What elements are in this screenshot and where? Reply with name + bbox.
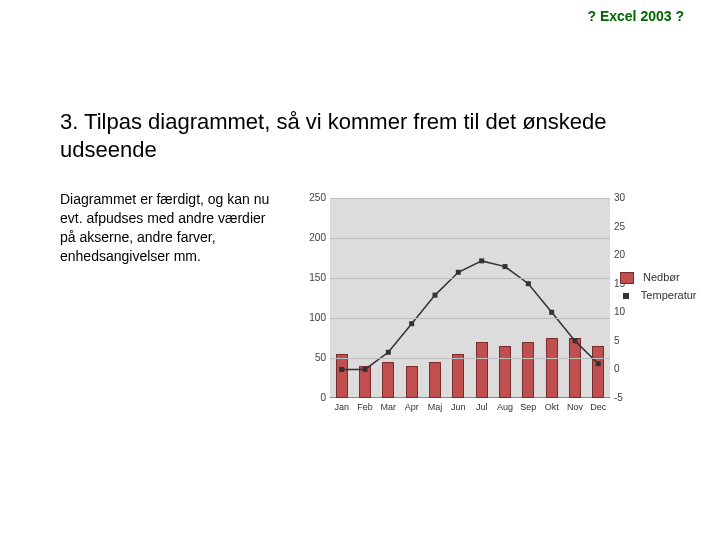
temperature-point <box>503 264 508 269</box>
body-paragraph: Diagrammet er færdigt, og kan nu evt. af… <box>60 190 270 266</box>
temperature-point <box>549 310 554 315</box>
x-tick-label: Okt <box>541 402 563 412</box>
grid-line <box>330 238 610 239</box>
temperature-point <box>409 321 414 326</box>
line-layer <box>330 198 610 398</box>
x-tick-label: Nov <box>564 402 586 412</box>
legend-entry-temperatur: Temperatur <box>620 286 697 304</box>
y-right-tick-label: -5 <box>614 392 638 403</box>
temperature-point <box>339 367 344 372</box>
bar-swatch-icon <box>620 272 634 284</box>
x-tick-label: Jul <box>471 402 493 412</box>
y-left-tick-label: 200 <box>292 232 326 243</box>
chart: 050100150200250 -5051015202530 JanFebMar… <box>290 190 710 440</box>
grid-line <box>330 318 610 319</box>
section-title: 3. Tilpas diagrammet, så vi kommer frem … <box>60 108 660 163</box>
legend-entry-nedbor: Nedbør <box>620 268 697 286</box>
y-left-tick-label: 150 <box>292 272 326 283</box>
y-right-tick-label: 5 <box>614 335 638 346</box>
legend: Nedbør Temperatur <box>620 268 697 304</box>
temperature-point <box>596 361 601 366</box>
page: ? Excel 2003 ? 3. Tilpas diagrammet, så … <box>0 0 720 540</box>
temperature-point <box>386 350 391 355</box>
temperature-point <box>433 293 438 298</box>
legend-label: Temperatur <box>641 289 697 301</box>
grid-line <box>330 358 610 359</box>
x-tick-label: Jan <box>331 402 353 412</box>
x-tick-label: Apr <box>401 402 423 412</box>
temperature-point <box>479 258 484 263</box>
x-tick-label: Aug <box>494 402 516 412</box>
y-right-tick-label: 25 <box>614 221 638 232</box>
temperature-point <box>363 367 368 372</box>
y-right-tick-label: 10 <box>614 306 638 317</box>
grid-line <box>330 278 610 279</box>
y-left-tick-label: 100 <box>292 312 326 323</box>
page-header: ? Excel 2003 ? <box>587 8 684 24</box>
x-tick-label: Maj <box>424 402 446 412</box>
y-right-tick-label: 20 <box>614 249 638 260</box>
legend-label: Nedbør <box>643 271 680 283</box>
y-left-tick-label: 0 <box>292 392 326 403</box>
x-tick-label: Mar <box>377 402 399 412</box>
x-tick-label: Jun <box>447 402 469 412</box>
y-right-tick-label: 0 <box>614 363 638 374</box>
plot-area <box>330 198 610 398</box>
temperature-point <box>456 270 461 275</box>
x-tick-label: Sep <box>517 402 539 412</box>
temperature-point <box>573 338 578 343</box>
temperature-point <box>526 281 531 286</box>
x-tick-label: Dec <box>587 402 609 412</box>
y-right-tick-label: 30 <box>614 192 638 203</box>
y-left-tick-label: 50 <box>292 352 326 363</box>
y-left-tick-label: 250 <box>292 192 326 203</box>
grid-line <box>330 198 610 199</box>
x-tick-label: Feb <box>354 402 376 412</box>
point-swatch-icon <box>623 293 629 299</box>
